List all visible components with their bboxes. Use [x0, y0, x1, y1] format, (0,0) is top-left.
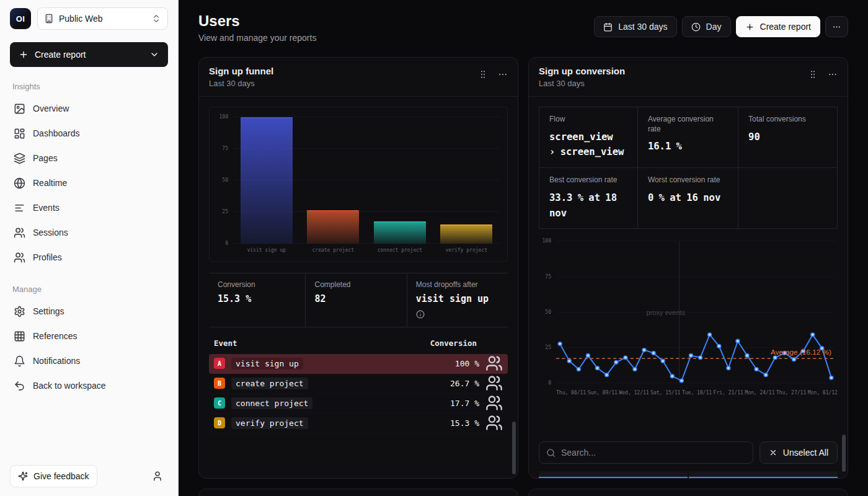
create-report-header-button[interactable]: Create report: [736, 16, 820, 37]
card-scrollbar[interactable]: [842, 435, 846, 472]
globe-icon: [14, 177, 25, 189]
x-tick-label: Tue, 18/11: [682, 390, 712, 396]
line-x-axis: Thu, 06/11Sun, 09/11Wed, 12/11Sat, 15/11…: [556, 390, 838, 396]
sidebar-item-dashboards[interactable]: Dashboards: [10, 121, 168, 146]
search-input[interactable]: [561, 448, 746, 458]
nav-section-1: Manage SettingsReferencesNotificationsBa…: [10, 270, 168, 398]
feedback-label: Give feedback: [33, 471, 89, 481]
drag-handle-icon[interactable]: [478, 69, 488, 79]
more-options-button[interactable]: [825, 16, 848, 37]
date-range-label: Last 30 days: [618, 22, 667, 32]
stat-value: 33.3 % at 18 nov: [549, 190, 627, 221]
x-tick-label: Sun, 09/11: [588, 390, 618, 396]
users-icon[interactable]: [485, 414, 503, 432]
create-report-button[interactable]: Create report: [10, 42, 168, 67]
funnel-table-rows: Avisit sign up100 %Bcreate project26.7 %…: [209, 354, 508, 433]
card-menu-icon[interactable]: [498, 69, 508, 79]
funnel-category-label: visit sign up: [233, 247, 300, 253]
funnel-bar[interactable]: verify project: [433, 117, 500, 244]
funnel-table-row[interactable]: Dverify project15.3 %: [209, 414, 508, 433]
stat-label: Total conversions: [748, 115, 827, 125]
sidebar-item-label: Overview: [33, 104, 69, 113]
stat-value: visit sign up: [416, 293, 499, 320]
card-menu-icon[interactable]: [828, 69, 838, 79]
series-tab[interactable]: [689, 471, 838, 478]
sidebar-item-profiles[interactable]: Profiles: [10, 245, 168, 270]
x-tick-label: Fri, 21/11: [714, 390, 743, 396]
dashboard-icon: [14, 128, 25, 140]
y-tick-label: 100: [542, 238, 551, 244]
step-badge: B: [214, 378, 225, 389]
sidebar-item-pages[interactable]: Pages: [10, 146, 168, 170]
sidebar-item-settings[interactable]: Settings: [10, 299, 168, 324]
workspace-selector[interactable]: Public Web: [37, 7, 168, 30]
sidebar-item-events[interactable]: Events: [10, 195, 168, 220]
image-icon: [14, 103, 25, 115]
funnel-table-row[interactable]: Cconnect project17.7 %: [209, 394, 508, 414]
undo-icon: [14, 380, 25, 392]
funnel-bar[interactable]: connect project: [366, 117, 433, 244]
card-partial: [198, 489, 518, 496]
drag-handle-icon[interactable]: [808, 69, 818, 79]
sidebar-item-label: Sessions: [33, 228, 68, 237]
chevrons-up-down-icon: [151, 14, 161, 24]
sidebar-item-label: Profiles: [33, 252, 62, 262]
funnel-table-row[interactable]: Bcreate project26.7 %: [209, 374, 508, 394]
sidebar-item-references[interactable]: References: [10, 324, 168, 348]
y-tick-label: 25: [545, 345, 551, 350]
funnel-chart: 0255075100 visit sign upcreate projectco…: [209, 107, 508, 262]
series-tab[interactable]: [539, 471, 688, 478]
x-tick-label: Thu, 27/11: [776, 390, 806, 396]
plus-icon: [19, 50, 29, 60]
lines-icon: [14, 202, 25, 214]
layers-icon: [14, 153, 25, 164]
bell-icon: [14, 355, 25, 367]
stat-label: Flow: [549, 115, 627, 125]
stat-label: Conversion: [218, 280, 296, 289]
sidebar-item-label: Pages: [33, 153, 58, 163]
funnel-table-row[interactable]: Avisit sign up100 %: [209, 354, 508, 374]
conversion-value: 15.3 %: [450, 418, 479, 428]
info-icon[interactable]: [416, 310, 425, 319]
funnel-bar[interactable]: visit sign up: [233, 117, 300, 244]
y-tick-label: 100: [219, 114, 228, 120]
give-feedback-button[interactable]: Give feedback: [10, 465, 97, 487]
users-icon[interactable]: [485, 374, 503, 392]
sidebar: OI Public Web Create report Insights Ove…: [0, 0, 179, 496]
create-report-header-label: Create report: [760, 22, 811, 32]
search-box: [539, 441, 753, 464]
event-name: visit sign up: [231, 358, 303, 370]
building-icon: [44, 14, 54, 24]
sidebar-item-label: Dashboards: [33, 128, 80, 138]
funnel-bar[interactable]: create project: [300, 117, 367, 244]
card-scrollbar[interactable]: [512, 422, 516, 474]
sidebar-item-sessions[interactable]: Sessions: [10, 220, 168, 245]
card-subtitle: Last 30 days: [209, 79, 273, 88]
workspace-name: Public Web: [59, 14, 103, 24]
section-label-insights: Insights: [10, 82, 168, 91]
line-y-axis: 0255075100: [539, 241, 554, 383]
funnel-stats: Conversion 15.3 % Completed 82 Most drop…: [209, 273, 508, 327]
y-tick-label: 50: [222, 177, 228, 183]
users-icon[interactable]: [485, 355, 503, 372]
step-badge: D: [214, 417, 225, 428]
unselect-all-button[interactable]: Unselect All: [760, 441, 838, 464]
date-range-button[interactable]: Last 30 days: [594, 16, 676, 37]
table-header-event: Event: [214, 339, 237, 348]
stat-label: Worst conversion rate: [648, 175, 728, 185]
sidebar-item-realtime[interactable]: Realtime: [10, 170, 168, 195]
conversion-stats: Flow screen_view › screen_view Average c…: [539, 107, 838, 229]
sidebar-item-back-to-workspace[interactable]: Back to workspace: [10, 373, 168, 398]
x-tick-label: Mon, 01/12: [808, 390, 838, 396]
profile-button[interactable]: [147, 466, 168, 487]
stat-value: 82: [314, 293, 397, 306]
x-tick-label: Mon, 24/11: [745, 390, 774, 396]
interval-button[interactable]: Day: [682, 16, 731, 37]
users-icon[interactable]: [485, 394, 503, 412]
stat-value: 0 % at 16 nov: [648, 190, 728, 206]
sidebar-item-overview[interactable]: Overview: [10, 96, 168, 121]
sidebar-item-notifications[interactable]: Notifications: [10, 348, 168, 373]
y-tick-label: 25: [222, 209, 228, 215]
funnel-y-axis: 0255075100: [213, 117, 229, 244]
sidebar-item-label: Notifications: [33, 356, 80, 366]
